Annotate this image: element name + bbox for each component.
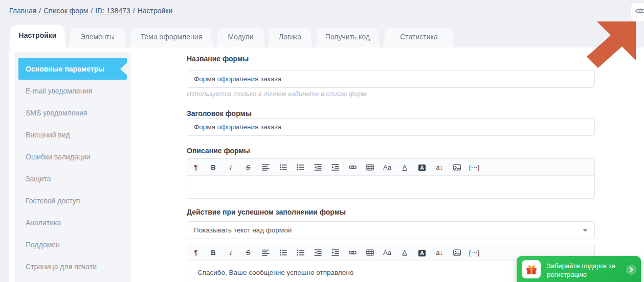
tab-1[interactable]: Элементы (68, 26, 127, 48)
chevron-right-icon[interactable] (626, 265, 636, 275)
font-icon[interactable]: Aa (379, 159, 396, 175)
sidebar-item-7[interactable]: Аналитика (18, 212, 127, 233)
sidebar-item-3[interactable]: Внешний вид (18, 124, 127, 146)
outdent-icon[interactable] (309, 159, 326, 175)
sidebar-item-label: Защита (26, 175, 51, 183)
text-color-icon[interactable]: A (396, 244, 413, 261)
form-description-label: Описание формы (187, 147, 250, 155)
form-name-label: Название формы (187, 55, 249, 63)
unordered-list-icon[interactable] (274, 159, 292, 175)
page: Главная/Список форм/ID: 138473/Настройки… (0, 0, 644, 282)
tab-label: Получить код (325, 33, 370, 41)
promo-toast-text: Забирайте подарок за регистрацию (547, 262, 625, 279)
sidebar-item-0[interactable]: Основные параметры (18, 58, 127, 80)
background-color-icon[interactable]: A (413, 244, 431, 261)
sidebar-item-label: Ошибки валидации (26, 153, 90, 161)
tab-0[interactable]: Настройки (9, 23, 66, 48)
breadcrumb-item-3: Настройки (138, 7, 173, 15)
description-editor: ¶BISAaAAa↕{⋯} (187, 158, 595, 199)
success-action-select[interactable]: Показывать текст над формой (187, 221, 595, 239)
link-icon[interactable] (344, 159, 361, 175)
sidebar-item-4[interactable]: Ошибки валидации (18, 146, 127, 168)
tab-label: Элементы (80, 33, 115, 41)
active-item-notch (120, 63, 127, 75)
image-icon[interactable] (448, 159, 465, 175)
form-name-hint: Используется только в личном кабинете в … (187, 90, 366, 98)
bold-icon[interactable]: B (205, 244, 222, 261)
sidebar-item-5[interactable]: Защита (18, 168, 127, 190)
image-icon[interactable] (448, 244, 465, 261)
breadcrumb-separator: / (91, 7, 93, 15)
unordered-list-icon[interactable] (274, 244, 292, 261)
breadcrumb-item-1[interactable]: Список форм (43, 7, 88, 15)
sidebar-item-label: Основные параметры (26, 65, 104, 73)
breadcrumb-separator: / (133, 7, 135, 15)
description-editor-body[interactable] (187, 176, 594, 199)
breadcrumb: Главная/Список форм/ID: 138473/Настройки (9, 7, 172, 15)
breadcrumb-item-0[interactable]: Главная (9, 7, 36, 15)
preview-button[interactable] (631, 2, 644, 22)
tab-label: Модули (228, 33, 253, 41)
code-variables-icon[interactable]: {⋯} (465, 159, 483, 175)
table-icon[interactable] (361, 159, 379, 175)
sidebar-item-label: E-mail уведомления (26, 87, 92, 95)
paragraph-icon[interactable]: ¶ (187, 244, 205, 261)
strikethrough-icon[interactable]: S (239, 244, 257, 261)
text-color-icon[interactable]: A (396, 159, 413, 175)
settings-sidebar: Основные параметрыE-mail уведомленияSMS … (14, 52, 131, 282)
ordered-list-icon[interactable] (292, 159, 309, 175)
tab-label: Тема оформления (141, 33, 202, 41)
tab-2[interactable]: Тема оформления (129, 26, 214, 48)
sidebar-item-6[interactable]: Гостевой доступ (18, 190, 127, 212)
sidebar-item-label: SMS уведомления (26, 109, 87, 117)
tab-label: Статистика (400, 33, 438, 41)
sidebar-item-label: Страница для печати (26, 263, 97, 271)
paragraph-icon[interactable]: ¶ (187, 159, 205, 175)
form-name-input[interactable] (187, 70, 595, 88)
sidebar-item-2[interactable]: SMS уведомления (18, 102, 127, 124)
strikethrough-icon[interactable]: S (239, 159, 257, 175)
sidebar-item-9[interactable]: Страница для печати (18, 255, 127, 277)
sidebar-item-label: Аналитика (26, 219, 61, 227)
breadcrumb-item-2[interactable]: ID: 138473 (95, 7, 130, 15)
table-icon[interactable] (361, 244, 379, 261)
tab-5[interactable]: Получить код (315, 26, 381, 48)
tab-bar: НастройкиЭлементыТема оформленияМодулиЛо… (9, 23, 455, 48)
form-header-label: Заголовок формы (187, 109, 252, 118)
tab-label: Логика (279, 33, 301, 41)
ordered-list-icon[interactable] (292, 244, 309, 261)
breadcrumb-separator: / (39, 7, 41, 15)
success-action-value: Показывать текст над формой (194, 226, 292, 234)
indent-icon[interactable] (326, 159, 344, 175)
tab-label: Настройки (19, 31, 57, 39)
sidebar-item-label: Гостевой доступ (26, 197, 80, 205)
outdent-icon[interactable] (309, 244, 326, 261)
link-icon[interactable] (344, 244, 361, 261)
promo-toast[interactable]: Забирайте подарок за регистрацию (517, 256, 641, 282)
bold-icon[interactable]: B (205, 159, 222, 175)
tab-3[interactable]: Модули (216, 26, 265, 48)
tab-6[interactable]: Статистика (383, 26, 455, 48)
indent-icon[interactable] (326, 244, 344, 261)
line-height-icon[interactable]: a↕ (431, 159, 448, 175)
align-left-icon[interactable] (257, 244, 274, 261)
background-color-icon[interactable]: A (413, 159, 431, 175)
chevron-down-icon (583, 229, 588, 232)
italic-icon[interactable]: I (222, 159, 239, 175)
description-editor-toolbar: ¶BISAaAAa↕{⋯} (187, 159, 594, 176)
gift-icon (522, 260, 541, 278)
eye-icon (635, 7, 644, 17)
tab-4[interactable]: Логика (268, 26, 313, 48)
italic-icon[interactable]: I (222, 244, 239, 261)
sidebar-item-8[interactable]: Поддомен (18, 233, 127, 255)
code-variables-icon[interactable]: {⋯} (465, 244, 483, 261)
sidebar-item-label: Внешний вид (26, 131, 70, 139)
line-height-icon[interactable]: a↕ (431, 244, 448, 261)
sidebar-item-1[interactable]: E-mail уведомления (18, 80, 127, 102)
font-icon[interactable]: Aa (379, 244, 396, 261)
align-left-icon[interactable] (257, 159, 274, 175)
success-action-label: Действие при успешном заполнении формы (187, 208, 346, 216)
sidebar-item-label: Поддомен (26, 241, 60, 249)
form-header-input[interactable] (187, 118, 595, 136)
